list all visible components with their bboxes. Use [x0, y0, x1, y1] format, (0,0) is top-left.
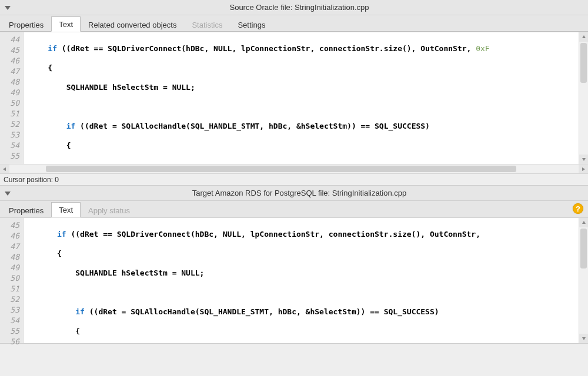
- target-pane: Target Amazon RDS for PostgreSQL file: S…: [0, 186, 588, 344]
- tab-statistics: Statistics: [184, 17, 230, 32]
- svg-marker-3: [3, 167, 6, 171]
- target-gutter: 45 46 47 48 49 50 51 52 53 54 55 56: [0, 218, 24, 343]
- target-tabs: Properties Text Apply status ?: [0, 201, 588, 217]
- scroll-up-icon[interactable]: [579, 32, 588, 42]
- collapse-toggle-source[interactable]: [2, 2, 13, 13]
- tab-related[interactable]: Related converted objects: [81, 17, 184, 32]
- source-code[interactable]: if ((dRet == SQLDriverConnect(hDBc, NULL…: [24, 32, 579, 164]
- svg-marker-5: [5, 192, 11, 196]
- target-editor[interactable]: 45 46 47 48 49 50 51 52 53 54 55 56 if (…: [0, 217, 588, 343]
- scroll-down-icon[interactable]: [579, 155, 588, 164]
- source-gutter: 44 45 46 47 48 49 50 51 52 53 54 55: [0, 32, 24, 164]
- tab-settings[interactable]: Settings: [230, 17, 273, 32]
- svg-marker-1: [582, 35, 586, 38]
- scroll-up-icon[interactable]: [579, 218, 588, 227]
- tab-properties[interactable]: Properties: [1, 17, 51, 32]
- target-title: Target Amazon RDS for PostgreSQL file: S…: [192, 189, 406, 197]
- svg-marker-0: [5, 6, 11, 10]
- target-pane-header: Target Amazon RDS for PostgreSQL file: S…: [0, 186, 588, 201]
- target-code[interactable]: if ((dRet == SQLDriverConnect(hDBc, NULL…: [24, 218, 579, 343]
- scroll-left-icon[interactable]: [0, 164, 9, 174]
- tab-text[interactable]: Text: [51, 16, 81, 32]
- svg-marker-4: [582, 167, 585, 171]
- vscroll-thumb[interactable]: [580, 43, 587, 83]
- cursor-position: Cursor position: 0: [4, 176, 59, 184]
- source-hscrollbar[interactable]: [0, 164, 588, 173]
- svg-marker-6: [582, 221, 586, 224]
- source-title: Source Oracle file: StringInitialization…: [229, 3, 369, 12]
- tab-properties-target[interactable]: Properties: [1, 203, 51, 217]
- source-editor[interactable]: 44 45 46 47 48 49 50 51 52 53 54 55 if (…: [0, 32, 588, 164]
- source-pane: Source Oracle file: StringInitialization…: [0, 0, 588, 186]
- status-bar: Cursor position: 0: [0, 173, 588, 185]
- help-icon[interactable]: ?: [573, 203, 583, 214]
- target-vscrollbar[interactable]: [579, 218, 588, 343]
- source-vscrollbar[interactable]: [579, 32, 588, 164]
- tab-text-target[interactable]: Text: [51, 202, 81, 217]
- scroll-down-icon[interactable]: [579, 334, 588, 343]
- svg-marker-7: [582, 337, 586, 340]
- source-tabs: Properties Text Related converted object…: [0, 15, 588, 32]
- tab-apply-status: Apply status: [81, 203, 138, 217]
- svg-marker-2: [582, 158, 586, 161]
- scroll-right-icon[interactable]: [579, 164, 588, 174]
- vscroll-thumb[interactable]: [580, 229, 587, 268]
- collapse-toggle-target[interactable]: [2, 188, 13, 199]
- hscroll-thumb[interactable]: [46, 166, 516, 172]
- source-pane-header: Source Oracle file: StringInitialization…: [0, 0, 588, 15]
